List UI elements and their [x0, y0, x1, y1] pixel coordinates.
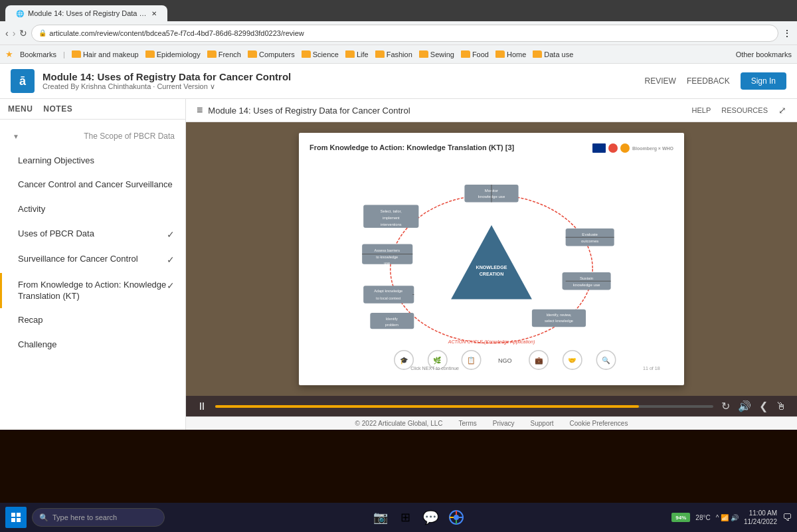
volume-button[interactable]: 🔊 [738, 400, 751, 412]
content-area: ≡ Module 14: Uses of Registry Data for C… [186, 99, 797, 430]
extensions-button[interactable]: ⋮ [782, 28, 792, 39]
slide-content: From Knowledge to Action: Knowledge Tran… [299, 133, 684, 385]
svg-text:ACTION CYCLE (Knowledge Applic: ACTION CYCLE (Knowledge Application) [448, 339, 535, 345]
sidebar-item-scope[interactable]: ▼ The Scope of PBCR Data [0, 125, 185, 149]
bookmark-computers[interactable]: Computers [248, 50, 295, 58]
svg-text:🎓: 🎓 [400, 356, 408, 365]
svg-text:📋: 📋 [467, 356, 476, 365]
browser-chrome: 🌐 Module 14: Uses of Registry Data for C… [0, 0, 797, 64]
sidebar-items: ▼ The Scope of PBCR Data Learning Object… [0, 120, 185, 363]
sidebar-item-cancer-control[interactable]: Cancer Control and Cancer Surveillance [0, 173, 185, 197]
svg-text:🔍: 🔍 [602, 356, 610, 365]
sidebar-item-objectives[interactable]: Learning Objectives [0, 149, 185, 173]
notification-icon[interactable]: 🗨 [782, 512, 792, 523]
sidebar: MENU NOTES ▼ The Scope of PBCR Data Lear… [0, 99, 186, 430]
bookmark-datause[interactable]: Data use [533, 50, 573, 58]
kt-check: ✓ [167, 280, 175, 292]
bookmarks-star: ★ [5, 49, 13, 59]
sidebar-item-challenge[interactable]: Challenge [0, 333, 185, 357]
tab-title: Module 14: Uses of Registry Data for Can… [28, 9, 147, 17]
reload-button[interactable]: ↻ [19, 28, 27, 39]
refresh-button[interactable]: ↻ [721, 400, 730, 412]
slide-frame: From Knowledge to Action: Knowledge Tran… [299, 133, 684, 385]
svg-text:Sustain: Sustain [580, 276, 593, 280]
bookmark-hair[interactable]: Hair and makeup [72, 50, 139, 58]
sidebar-tab-notes[interactable]: NOTES [43, 104, 72, 114]
play-pause-button[interactable]: ⏸ [197, 400, 207, 412]
sign-in-button[interactable]: Sign In [741, 72, 786, 90]
time: 11:00 AM [744, 509, 777, 517]
header-actions: REVIEW FEEDBACK Sign In [645, 72, 786, 90]
bookmark-home[interactable]: Home [495, 50, 526, 58]
sidebar-item-recap[interactable]: Recap [0, 308, 185, 333]
address-bar-row: ‹ › ↻ 🔒 articulate.com/review/content/bd… [0, 21, 797, 45]
search-placeholder: Type here to search [52, 513, 117, 521]
svg-text:interventions: interventions [381, 222, 402, 226]
battery-indicator: 94% [671, 513, 690, 522]
sidebar-item-activity[interactable]: Activity [0, 197, 185, 222]
review-link[interactable]: REVIEW [645, 76, 676, 86]
active-tab[interactable]: 🌐 Module 14: Uses of Registry Data for C… [5, 5, 167, 21]
bookmark-epidemiology[interactable]: Epidemiology [145, 50, 201, 58]
bookmark-food[interactable]: Food [461, 50, 489, 58]
app-logo: ā [11, 69, 35, 93]
address-input[interactable]: 🔒 articulate.com/review/content/bdcea57e… [31, 25, 778, 42]
taskbar-icon-chrome[interactable] [447, 508, 466, 527]
progress-bar[interactable] [215, 405, 713, 408]
help-link[interactable]: HELP [692, 106, 711, 114]
svg-rect-47 [17, 513, 21, 517]
footer-cookies[interactable]: Cookie Preferences [570, 420, 628, 427]
taskbar-icons: 📷 ⊞ 💬 [170, 508, 666, 527]
taskbar-system: 94% 28°C ^ 📶 🔊 11:00 AM 11/24/2022 🗨 [671, 509, 792, 526]
svg-text:problem: problem [385, 323, 399, 327]
hamburger-icon[interactable]: ≡ [197, 104, 203, 116]
svg-text:🌿: 🌿 [433, 356, 442, 365]
svg-rect-16 [532, 310, 586, 327]
footer-terms[interactable]: Terms [459, 420, 477, 427]
feedback-link[interactable]: FEEDBACK [687, 76, 730, 86]
sidebar-item-surveillance[interactable]: Surveillance for Cancer Control ✓ [0, 247, 185, 272]
taskbar-search[interactable]: 🔍 Type here to search [32, 508, 165, 527]
resources-link[interactable]: RESOURCES [721, 106, 768, 114]
taskbar-icon-whatsapp[interactable]: 💬 [422, 508, 440, 527]
next-button[interactable]: 🖱 [776, 400, 786, 412]
svg-text:💼: 💼 [535, 356, 543, 365]
resize-icon[interactable]: ⤢ [778, 105, 786, 116]
other-bookmarks[interactable]: Other bookmarks [736, 50, 792, 58]
bookmark-sewing[interactable]: Sewing [419, 50, 454, 58]
bookmark-science[interactable]: Science [302, 50, 339, 58]
footer-support[interactable]: Support [531, 420, 554, 427]
svg-rect-46 [11, 513, 15, 517]
footer-bar: © 2022 Articulate Global, LLC Terms Priv… [186, 416, 797, 430]
logo-area: ā Module 14: Uses of Registry Data for C… [11, 69, 291, 93]
tab-bar: 🌐 Module 14: Uses of Registry Data for C… [0, 0, 797, 21]
taskbar-icon-camera[interactable]: 📷 [371, 508, 390, 527]
bookmark-french[interactable]: French [207, 50, 241, 58]
svg-rect-49 [17, 518, 21, 522]
svg-text:Adapt knowledge: Adapt knowledge [374, 289, 402, 293]
prev-button[interactable]: ❮ [759, 400, 768, 412]
url-text: articulate.com/review/content/bdcea57e-f… [49, 29, 304, 37]
search-icon: 🔍 [39, 513, 48, 522]
sidebar-item-kt[interactable]: From Knowledge to Action: Knowledge Tran… [0, 273, 185, 309]
sidebar-item-pbcr[interactable]: Uses of PBCR Data ✓ [0, 222, 185, 247]
svg-text:outcomes: outcomes [581, 238, 598, 243]
forward-button[interactable]: › [13, 28, 16, 39]
back-button[interactable]: ‹ [5, 28, 9, 39]
svg-text:KNOWLEDGE: KNOWLEDGE [476, 265, 507, 270]
video-controls: ⏸ ↻ 🔊 ❮ 🖱 [186, 396, 797, 416]
bookmark-fashion[interactable]: Fashion [375, 50, 412, 58]
svg-text:CREATION: CREATION [480, 272, 504, 277]
app-title: Module 14: Uses of Registry Data for Can… [43, 71, 291, 82]
footer-privacy[interactable]: Privacy [493, 420, 515, 427]
taskbar: 🔍 Type here to search 📷 ⊞ 💬 94% 28°C ^ 📶… [0, 503, 797, 532]
svg-text:to local context: to local context [376, 296, 401, 300]
bookmark-life[interactable]: Life [345, 50, 369, 58]
surveillance-check: ✓ [167, 254, 175, 266]
svg-text:Identify: Identify [386, 317, 398, 321]
svg-rect-19 [363, 286, 414, 303]
sidebar-tab-menu[interactable]: MENU [8, 104, 33, 114]
content-title-text: Module 14: Uses of Registry Data for Can… [208, 106, 410, 116]
start-button[interactable] [5, 507, 27, 528]
taskbar-icon-grid[interactable]: ⊞ [397, 508, 415, 527]
